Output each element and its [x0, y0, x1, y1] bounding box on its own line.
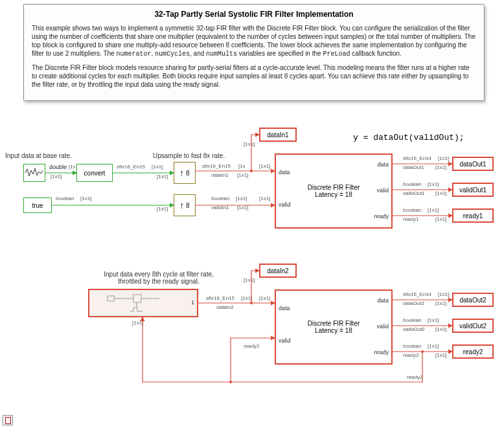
- port-data-in-2: data: [279, 305, 290, 311]
- port-validout2-lbl: validOut2: [403, 326, 425, 332]
- type-sfixout-1: sfix16_En14: [403, 155, 431, 161]
- filter2-name: Discrete FIR Filter: [308, 320, 360, 327]
- doc-p1-nummults: numMults: [206, 51, 237, 58]
- signal-source-block[interactable]: [23, 164, 45, 182]
- dim-1a: [1x1]: [51, 174, 62, 179]
- dim-open-2: [1x: [238, 163, 246, 169]
- dim-o1e: [1x1]: [428, 207, 439, 213]
- subsys-out-port: 1: [191, 299, 194, 306]
- port-valid-in-1: valid: [279, 201, 291, 208]
- dim-o2a: [1x1]: [438, 291, 449, 297]
- fir-filter-1[interactable]: Discrete FIR Filter Latency = 18 data va…: [275, 153, 393, 229]
- port-ready2-in-lbl: ready2: [244, 343, 259, 349]
- subsystem-mini-icon: [95, 292, 192, 314]
- dataout2-sink[interactable]: dataOut2: [452, 293, 494, 307]
- doc-paragraph-2: The Discrete FIR Filter block models res…: [32, 63, 476, 89]
- dim-b1: [1x1]: [241, 295, 252, 301]
- svg-point-19: [421, 350, 424, 353]
- svg-rect-1: [133, 295, 141, 302]
- type-bool-o1: boolean: [403, 181, 421, 187]
- port-datain2-lbl: dataIn2: [216, 304, 234, 310]
- svg-point-20: [229, 381, 232, 383]
- dim-2b: [1x1]: [157, 206, 168, 212]
- dim-b2: [1x1]: [259, 295, 270, 301]
- type-bool-o2: boolean: [403, 317, 421, 323]
- fir-filter-2[interactable]: Discrete FIR Filter Latency = 18 data va…: [275, 289, 393, 365]
- dim-1b: [1x1]: [152, 164, 163, 170]
- dim-o2b: [1x1]: [435, 300, 446, 306]
- port-data-in-1: data: [279, 169, 290, 175]
- dim-o1b: [1x1]: [435, 164, 446, 170]
- up-arrow-icon-2: ↑: [179, 200, 184, 210]
- type-bool-o1r: boolean: [403, 207, 421, 213]
- port-valid-out-1: valid: [376, 187, 389, 194]
- ready2-feedback-lbl: ready2: [407, 374, 422, 380]
- code-annotation: y = dataOut(validOut);: [353, 133, 464, 142]
- dim-2e: [1x1]: [259, 196, 270, 201]
- type-double: double: [49, 164, 67, 170]
- port-dataout2-lbl: dataOut2: [403, 300, 424, 306]
- doc-p1-g: variables are specified in the: [237, 50, 323, 57]
- dim-o2e: [1x1]: [428, 343, 439, 349]
- dim-o2c: [1x1]: [428, 317, 439, 323]
- dim-o1c: [1x1]: [428, 181, 439, 187]
- filter1-latency: Latency = 18: [315, 191, 352, 198]
- doc-title: 32-Tap Partly Serial Systolic FIR Filter…: [32, 10, 476, 19]
- filter1-name: Discrete FIR Filter: [308, 184, 360, 191]
- convert-block[interactable]: convert: [76, 164, 113, 182]
- type-bool-o2r: boolean: [403, 343, 421, 349]
- dataout1-sink[interactable]: dataOut1: [452, 157, 494, 171]
- doc-panel: 32-Tap Partly Serial Systolic FIR Filter…: [23, 4, 485, 101]
- annotation-throttle-line2: throttled by the ready signal.: [118, 278, 200, 285]
- validout1-sink[interactable]: validOut1: [452, 183, 494, 197]
- dim-o2d: [1x1]: [435, 326, 446, 332]
- dim-1d: [1x1]: [237, 172, 248, 178]
- upsample-data-block[interactable]: ↑ 8: [174, 162, 196, 184]
- dim-goto1: [1x1]: [244, 141, 255, 147]
- port-valid-in-2: valid: [279, 337, 291, 344]
- port-ready-1: ready: [374, 213, 389, 220]
- dim-2d: [1x1]: [237, 205, 248, 210]
- dim-open-1: [1x: [69, 164, 76, 170]
- annotation-throttle-line1: Input data every 8th cycle at filter rat…: [104, 271, 214, 278]
- type-sfixout-2: sfix16_En14: [403, 291, 431, 297]
- upsample-factor-2: 8: [186, 202, 190, 209]
- ready1-sink[interactable]: ready1: [452, 208, 494, 223]
- port-ready2-lbl: ready2: [403, 352, 418, 358]
- dim-ready-fb: [1x1]: [132, 320, 143, 326]
- dim-o2f: [1x1]: [435, 352, 446, 358]
- true-constant-block[interactable]: true: [23, 197, 52, 213]
- up-arrow-icon: ↑: [179, 168, 184, 178]
- dim-2c: [1x1]: [236, 196, 247, 201]
- annotation-upsample: Upsample to fast 8x rate.: [153, 152, 225, 159]
- dim-2a: [1x1]: [80, 196, 91, 201]
- throttled-source-subsystem[interactable]: 1: [88, 289, 198, 317]
- filter2-latency: Latency = 18: [315, 327, 352, 334]
- port-datain1-lbl: dataIn1: [211, 172, 229, 178]
- upsample-factor-1: 8: [186, 170, 190, 177]
- dim-o1a: [1x1]: [438, 155, 449, 161]
- validout2-sink[interactable]: validOut2: [452, 319, 494, 333]
- svg-rect-0: [108, 296, 114, 301]
- upsample-valid-block[interactable]: ↑ 8: [174, 194, 196, 216]
- dim-goto2: [1x1]: [244, 277, 255, 283]
- doc-p1-numerator: numerator: [116, 51, 151, 58]
- annotation-base-rate: Input data at base rate.: [5, 152, 72, 159]
- type-bool-1: boolean: [56, 196, 74, 201]
- port-validout1-lbl: validOut1: [403, 190, 425, 196]
- ready2-sink[interactable]: ready2: [452, 344, 494, 359]
- datain1-sink[interactable]: dataIn1: [259, 128, 297, 142]
- annotation-throttle: Input data every 8th cycle at filter rat…: [91, 271, 227, 285]
- port-ready-2: ready: [374, 349, 389, 355]
- dim-1e: [1x1]: [259, 163, 270, 169]
- waveform-icon: [25, 166, 44, 179]
- port-data-out-2: data: [377, 297, 389, 304]
- doc-paragraph-1: This example shows two ways to implement…: [32, 24, 476, 58]
- type-sfix-1: sfix16_En15: [117, 164, 145, 170]
- dim-o1f: [1x1]: [435, 216, 446, 222]
- datain2-sink[interactable]: dataIn2: [259, 264, 297, 278]
- doc-p1-preload: PreLoad: [323, 51, 350, 58]
- dim-1c: [1x1]: [157, 174, 168, 179]
- copy-icon[interactable]: [3, 415, 13, 425]
- doc-p1-i: callback function.: [350, 50, 402, 57]
